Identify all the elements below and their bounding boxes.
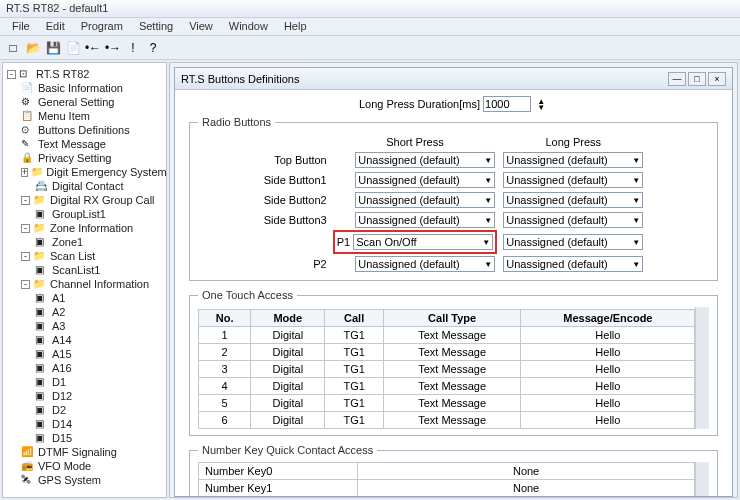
tree-item[interactable]: ✎Text Message bbox=[21, 137, 164, 151]
table-row[interactable]: 4DigitalTG1Text MessageHello bbox=[199, 378, 695, 395]
short-press-select[interactable]: Unassigned (default)▼ bbox=[355, 172, 495, 188]
tree-item[interactable]: ▣A1 bbox=[35, 291, 164, 305]
info-icon[interactable]: ? bbox=[144, 39, 162, 57]
tree-item[interactable]: ▣D15 bbox=[35, 431, 164, 445]
tree-item[interactable]: ▣A15 bbox=[35, 347, 164, 361]
tree-root[interactable]: -⊡RT.S RT82 bbox=[7, 67, 164, 81]
row-label: Side Button3 bbox=[260, 210, 331, 230]
long-press-select[interactable]: Unassigned (default)▼ bbox=[503, 192, 643, 208]
scrollbar[interactable] bbox=[695, 307, 709, 429]
number-key-group: Number Key Quick Contact Access Number K… bbox=[189, 444, 718, 496]
save-icon[interactable]: 💾 bbox=[44, 39, 62, 57]
tree-item[interactable]: ▣GroupList1 bbox=[35, 207, 164, 221]
tree-folder[interactable]: +📁Digit Emergency System bbox=[21, 165, 164, 179]
ota-header: Message/Encode bbox=[521, 310, 695, 327]
about-icon[interactable]: •→ bbox=[104, 39, 122, 57]
menu-window[interactable]: Window bbox=[221, 20, 276, 32]
tree-item[interactable]: ▣A2 bbox=[35, 305, 164, 319]
long-press-select[interactable]: Unassigned (default)▼ bbox=[503, 172, 643, 188]
open-icon[interactable]: 📂 bbox=[24, 39, 42, 57]
ota-header: No. bbox=[199, 310, 251, 327]
new-icon[interactable]: □ bbox=[4, 39, 22, 57]
tree-pane: -⊡RT.S RT82📄Basic Information⚙General Se… bbox=[2, 62, 167, 498]
table-row[interactable]: 1DigitalTG1Text MessageHello bbox=[199, 327, 695, 344]
radio-buttons-group: Radio Buttons Short PressLong PressTop B… bbox=[189, 116, 718, 281]
long-press-select[interactable]: Unassigned (default)▼ bbox=[503, 256, 643, 272]
read-icon[interactable]: 📄 bbox=[64, 39, 82, 57]
tree-item[interactable]: 🔒Privacy Setting bbox=[21, 151, 164, 165]
tree-item[interactable]: ▣D1 bbox=[35, 375, 164, 389]
menu-view[interactable]: View bbox=[181, 20, 221, 32]
nk-legend: Number Key Quick Contact Access bbox=[198, 444, 377, 456]
short-press-header: Short Press bbox=[331, 134, 500, 150]
tree-item[interactable]: 📶DTMF Signaling bbox=[21, 445, 164, 459]
long-press-select[interactable]: Unassigned (default)▼ bbox=[503, 234, 643, 250]
tree-item[interactable]: 📋Menu Item bbox=[21, 109, 164, 123]
table-row[interactable]: 5DigitalTG1Text MessageHello bbox=[199, 395, 695, 412]
tree-folder[interactable]: -📁Channel Information bbox=[21, 277, 164, 291]
tree-item[interactable]: ▣Zone1 bbox=[35, 235, 164, 249]
long-press-select[interactable]: Unassigned (default)▼ bbox=[503, 212, 643, 228]
minimize-button[interactable]: — bbox=[668, 72, 686, 86]
long-press-select[interactable]: Unassigned (default)▼ bbox=[503, 152, 643, 168]
menu-edit[interactable]: Edit bbox=[38, 20, 73, 32]
menu-help[interactable]: Help bbox=[276, 20, 315, 32]
short-press-select[interactable]: Unassigned (default)▼ bbox=[355, 256, 495, 272]
tree-item[interactable]: 📄Basic Information bbox=[21, 81, 164, 95]
write-icon[interactable]: •← bbox=[84, 39, 102, 57]
ota-legend: One Touch Access bbox=[198, 289, 297, 301]
tree-item[interactable]: ▣ScanList1 bbox=[35, 263, 164, 277]
tree-item[interactable]: ▣A16 bbox=[35, 361, 164, 375]
short-press-select[interactable]: Unassigned (default)▼ bbox=[355, 152, 495, 168]
row-label: P2 bbox=[260, 254, 331, 274]
maximize-button[interactable]: □ bbox=[688, 72, 706, 86]
close-button[interactable]: × bbox=[708, 72, 726, 86]
tree-folder[interactable]: -📁Digital RX Group Call bbox=[21, 193, 164, 207]
subwindow-title: RT.S Buttons Definitions bbox=[181, 73, 299, 85]
scrollbar[interactable] bbox=[695, 462, 709, 496]
row-label: Side Button1 bbox=[260, 170, 331, 190]
menubar: FileEditProgramSettingViewWindowHelp bbox=[0, 18, 740, 36]
ota-table[interactable]: No.ModeCallCall TypeMessage/Encode1Digit… bbox=[198, 309, 695, 429]
table-row[interactable]: 3DigitalTG1Text MessageHello bbox=[199, 361, 695, 378]
window-title: RT.S RT82 - default1 bbox=[0, 0, 740, 18]
table-row[interactable]: 6DigitalTG1Text MessageHello bbox=[199, 412, 695, 429]
tree-item[interactable]: 🛰GPS System bbox=[21, 473, 164, 487]
one-touch-access-group: One Touch Access No.ModeCallCall TypeMes… bbox=[189, 289, 718, 436]
short-press-select[interactable]: Scan On/Off▼ bbox=[353, 234, 493, 250]
tree-item[interactable]: ▣A14 bbox=[35, 333, 164, 347]
tree-folder[interactable]: -📁Zone Information bbox=[21, 221, 164, 235]
ota-header: Mode bbox=[251, 310, 325, 327]
menu-file[interactable]: File bbox=[4, 20, 38, 32]
ota-header: Call Type bbox=[383, 310, 521, 327]
table-row[interactable]: 2DigitalTG1Text MessageHello bbox=[199, 344, 695, 361]
table-row[interactable]: Number Key1None bbox=[199, 480, 695, 497]
duration-spinner[interactable]: ▲▼ bbox=[534, 99, 548, 111]
radio-legend: Radio Buttons bbox=[198, 116, 275, 128]
long-press-header: Long Press bbox=[499, 134, 647, 150]
tree-item[interactable]: ⚙General Setting bbox=[21, 95, 164, 109]
toolbar: □📂💾📄•←•→!? bbox=[0, 36, 740, 60]
row-label: Side Button2 bbox=[260, 190, 331, 210]
help-icon[interactable]: ! bbox=[124, 39, 142, 57]
duration-label: Long Press Duration[ms] bbox=[359, 98, 480, 110]
table-row[interactable]: Number Key0None bbox=[199, 463, 695, 480]
menu-setting[interactable]: Setting bbox=[131, 20, 181, 32]
buttons-definitions-window: RT.S Buttons Definitions — □ × Long Pres… bbox=[174, 67, 733, 497]
row-label: Top Button bbox=[260, 150, 331, 170]
tree-item[interactable]: 📇Digital Contact bbox=[35, 179, 164, 193]
tree-item[interactable]: ▣A3 bbox=[35, 319, 164, 333]
nk-table[interactable]: Number Key0NoneNumber Key1NoneNumber Key… bbox=[198, 462, 695, 496]
main-pane: RT.S Buttons Definitions — □ × Long Pres… bbox=[169, 62, 738, 498]
menu-program[interactable]: Program bbox=[73, 20, 131, 32]
tree-item[interactable]: ▣D14 bbox=[35, 417, 164, 431]
short-press-select[interactable]: Unassigned (default)▼ bbox=[355, 212, 495, 228]
tree-item[interactable]: 📻VFO Mode bbox=[21, 459, 164, 473]
tree-folder[interactable]: -📁Scan List bbox=[21, 249, 164, 263]
tree-item[interactable]: ▣D2 bbox=[35, 403, 164, 417]
duration-input[interactable] bbox=[483, 96, 531, 112]
row-label bbox=[260, 230, 331, 254]
short-press-select[interactable]: Unassigned (default)▼ bbox=[355, 192, 495, 208]
tree-item[interactable]: ⊙Buttons Definitions bbox=[21, 123, 164, 137]
tree-item[interactable]: ▣D12 bbox=[35, 389, 164, 403]
